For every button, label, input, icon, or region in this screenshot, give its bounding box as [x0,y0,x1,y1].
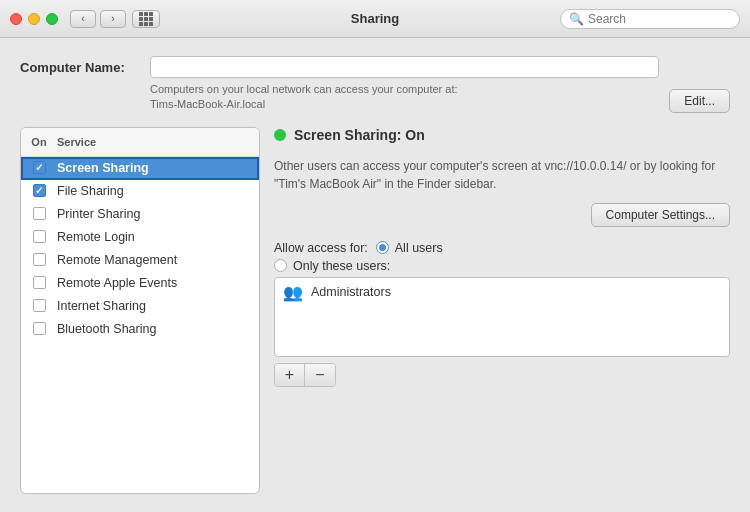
status-title: Screen Sharing: On [294,127,425,143]
service-label-printer-sharing: Printer Sharing [57,207,259,221]
sidebar-item-file-sharing[interactable]: File Sharing [21,180,259,203]
access-row-inline: Allow access for: All users [274,241,730,255]
checkbox-cell-file-sharing [21,184,57,197]
search-box[interactable]: 🔍 [560,9,740,29]
service-label-remote-management: Remote Management [57,253,259,267]
minimize-button[interactable] [28,13,40,25]
search-icon: 🔍 [569,12,584,26]
checkbox-bluetooth-sharing[interactable] [33,322,46,335]
radio-all-users-label: All users [395,241,443,255]
checkbox-remote-management[interactable] [33,253,46,266]
checkbox-cell-remote-apple-events [21,276,57,289]
sidebar-item-remote-management[interactable]: Remote Management [21,249,259,272]
computer-name-section: Computer Name: Computers on your local n… [20,56,730,113]
content-area: On Service Screen SharingFile SharingPri… [20,127,730,494]
checkbox-printer-sharing[interactable] [33,207,46,220]
radio-all-users[interactable] [376,241,389,254]
computer-name-desc: Computers on your local network can acce… [150,82,659,113]
user-row: 👥 Administrators [275,278,729,307]
sidebar-item-screen-sharing[interactable]: Screen Sharing [21,157,259,180]
window-title: Sharing [351,11,399,26]
access-label: Allow access for: [274,241,368,255]
computer-settings-button[interactable]: Computer Settings... [591,203,730,227]
remove-user-button[interactable]: − [305,364,335,386]
checkbox-cell-remote-management [21,253,57,266]
search-input[interactable] [588,12,731,26]
sidebar-header-service: Service [57,133,259,151]
checkbox-cell-internet-sharing [21,299,57,312]
service-label-bluetooth-sharing: Bluetooth Sharing [57,322,259,336]
checkbox-remote-apple-events[interactable] [33,276,46,289]
add-user-button[interactable]: + [275,364,305,386]
traffic-lights [10,13,58,25]
checkbox-cell-bluetooth-sharing [21,322,57,335]
computer-name-right: Computers on your local network can acce… [150,56,659,113]
radio-row-only[interactable]: Only these users: [274,259,730,273]
users-toolbar: + − [274,363,336,387]
checkbox-cell-printer-sharing [21,207,57,220]
checkbox-screen-sharing[interactable] [33,161,46,174]
forward-button[interactable]: › [100,10,126,28]
service-label-internet-sharing: Internet Sharing [57,299,259,313]
checkbox-remote-login[interactable] [33,230,46,243]
checkbox-cell-screen-sharing [21,161,57,174]
sidebar-item-printer-sharing[interactable]: Printer Sharing [21,203,259,226]
detail-panel: Screen Sharing: On Other users can acces… [274,127,730,494]
sidebar-item-internet-sharing[interactable]: Internet Sharing [21,295,259,318]
user-name: Administrators [311,285,391,299]
titlebar: ‹ › Sharing 🔍 [0,0,750,38]
main-content: Computer Name: Computers on your local n… [0,38,750,512]
status-dot [274,129,286,141]
sidebar-item-remote-login[interactable]: Remote Login [21,226,259,249]
computer-name-input[interactable] [150,56,659,78]
computer-name-label: Computer Name: [20,56,140,75]
service-label-remote-login: Remote Login [57,230,259,244]
radio-only-these[interactable] [274,259,287,272]
sidebar: On Service Screen SharingFile SharingPri… [20,127,260,494]
users-box: 👥 Administrators [274,277,730,357]
status-description: Other users can access your computer's s… [274,157,730,193]
grid-view-button[interactable] [132,10,160,28]
close-button[interactable] [10,13,22,25]
status-row: Screen Sharing: On [274,127,730,143]
checkbox-file-sharing[interactable] [33,184,46,197]
sidebar-header: On Service [21,128,259,157]
maximize-button[interactable] [46,13,58,25]
checkbox-cell-remote-login [21,230,57,243]
back-button[interactable]: ‹ [70,10,96,28]
user-group-icon: 👥 [283,283,303,302]
service-label-file-sharing: File Sharing [57,184,259,198]
radio-only-label: Only these users: [293,259,390,273]
grid-icon [139,12,153,26]
service-label-remote-apple-events: Remote Apple Events [57,276,259,290]
checkbox-internet-sharing[interactable] [33,299,46,312]
service-label-screen-sharing: Screen Sharing [57,161,259,175]
sidebar-items-container: Screen SharingFile SharingPrinter Sharin… [21,157,259,341]
nav-buttons: ‹ › [70,10,126,28]
access-section: Allow access for: All users Only these u… [274,241,730,387]
sidebar-item-bluetooth-sharing[interactable]: Bluetooth Sharing [21,318,259,341]
sidebar-header-on: On [21,133,57,151]
sidebar-item-remote-apple-events[interactable]: Remote Apple Events [21,272,259,295]
radio-row-all[interactable]: All users [376,241,443,255]
edit-button[interactable]: Edit... [669,89,730,113]
